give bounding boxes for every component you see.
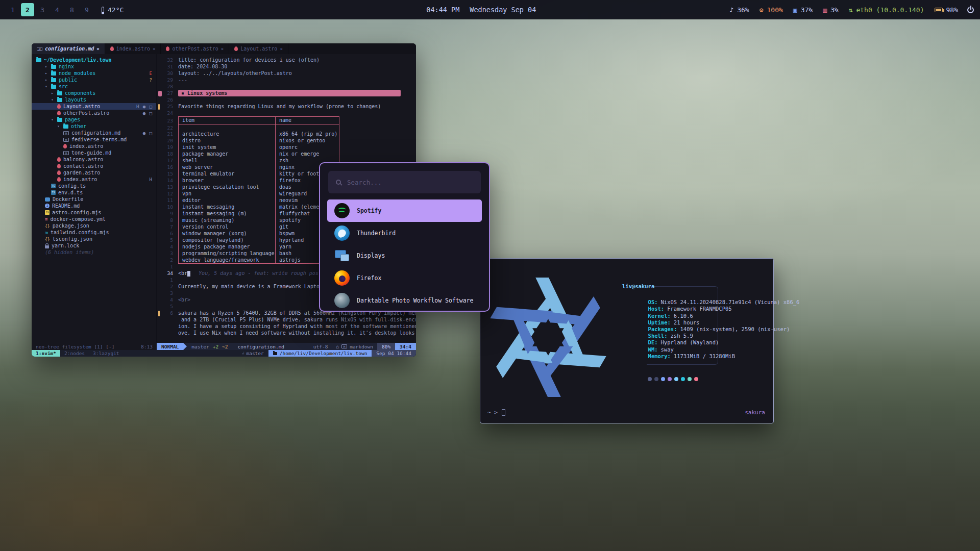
tab-close-icon[interactable]: × bbox=[153, 46, 155, 52]
line-number: 21 bbox=[167, 131, 173, 137]
tmux-window[interactable]: 1:nvim* bbox=[32, 350, 60, 357]
buffer-tab[interactable]: configuration.md × bbox=[32, 43, 105, 54]
tree-item[interactable]: garden.astro bbox=[32, 169, 156, 176]
shell-prompt: ~ > bbox=[487, 409, 505, 416]
tree-item[interactable]: package.json bbox=[32, 222, 156, 229]
launcher-item[interactable]: Displays bbox=[327, 244, 482, 267]
tree-item[interactable]: README.md bbox=[32, 203, 156, 209]
tree-root[interactable]: ~/Development/liv.town bbox=[32, 57, 156, 63]
git-diff-added: +2 bbox=[213, 344, 218, 349]
tree-item-label: components bbox=[65, 90, 95, 96]
workspace-button[interactable]: 8 bbox=[65, 3, 79, 16]
launcher-item-label: Displays bbox=[357, 252, 385, 259]
tree-item[interactable]: (6 hidden items) bbox=[32, 249, 156, 256]
bar-module[interactable]: 37% bbox=[793, 6, 813, 14]
tree-item-label: configuration.md bbox=[71, 130, 120, 136]
gutter: 27 bbox=[157, 90, 178, 96]
tree-item[interactable]: docker-compose.yml bbox=[32, 216, 156, 222]
astro-icon bbox=[57, 164, 61, 168]
tree-item[interactable]: src bbox=[32, 83, 156, 90]
tree-item[interactable]: index.astro H bbox=[32, 176, 156, 183]
workspace-button[interactable]: 9 bbox=[80, 3, 93, 16]
workspace-button[interactable]: 4 bbox=[51, 3, 64, 16]
tab-close-icon[interactable]: × bbox=[221, 46, 224, 52]
tree-item[interactable]: index.astro bbox=[32, 143, 156, 149]
table-cell-item: vpn bbox=[178, 190, 275, 197]
tree-item[interactable]: config.ts bbox=[32, 183, 156, 189]
mode-indicator: NORMAL bbox=[157, 343, 183, 350]
line-number: 6 bbox=[170, 231, 173, 236]
tab-close-icon[interactable]: × bbox=[96, 46, 99, 52]
line-text: title: configuration for devices i use (… bbox=[178, 57, 320, 63]
launcher-item[interactable]: Spotify bbox=[327, 199, 482, 222]
tree-item[interactable]: nginx bbox=[32, 63, 156, 70]
table-cell-item: package manager bbox=[178, 151, 275, 157]
tree-item[interactable]: pages bbox=[32, 116, 156, 123]
tree-item[interactable]: yarn.lock bbox=[32, 242, 156, 249]
battery-icon bbox=[935, 8, 943, 12]
tree-item[interactable]: env.d.ts bbox=[32, 189, 156, 196]
bar-module[interactable]: 36% bbox=[729, 6, 749, 14]
tree-item[interactable]: Dockerfile bbox=[32, 196, 156, 203]
os-icon bbox=[336, 344, 339, 349]
bar-module[interactable]: 3% bbox=[823, 6, 838, 14]
workspace-switcher: 123489 bbox=[6, 3, 93, 16]
launcher-item[interactable]: Darktable Photo Workflow Software bbox=[327, 289, 482, 312]
search-input[interactable]: Search... bbox=[328, 171, 481, 193]
tree-item[interactable]: Layout.astro H ● □ bbox=[32, 103, 156, 110]
astro-icon bbox=[57, 104, 61, 109]
bar-module[interactable]: eth0 (10.0.0.140) bbox=[849, 6, 924, 14]
launcher-item-label: Firefox bbox=[357, 274, 381, 282]
tree-item[interactable]: layouts bbox=[32, 96, 156, 103]
workspace-button[interactable]: 3 bbox=[36, 3, 49, 16]
js-icon bbox=[45, 210, 50, 215]
fastfetch-terminal[interactable]: liv@sakura OS:NixOS 24.11.20240828.71e91… bbox=[480, 258, 774, 423]
tree-item[interactable]: otherPost.astro ● □ bbox=[32, 110, 156, 116]
ts-icon bbox=[51, 184, 56, 188]
tree-item[interactable]: other bbox=[32, 123, 156, 130]
launcher-item[interactable]: Firefox bbox=[327, 267, 482, 289]
power-button[interactable] bbox=[967, 7, 974, 13]
tree-item[interactable]: public ? bbox=[32, 77, 156, 83]
fetch-label: Kernel: bbox=[648, 313, 671, 319]
buffer-tab[interactable]: Layout.astro × bbox=[229, 43, 288, 54]
editor-line: 24 bbox=[157, 110, 416, 116]
table-cell-item: instant messaging bbox=[178, 204, 275, 210]
bar-module[interactable]: 100% bbox=[760, 6, 783, 14]
tmux-window[interactable]: 2:nodes bbox=[60, 350, 89, 357]
tab-close-icon[interactable]: × bbox=[280, 46, 282, 52]
buffer-tab[interactable]: index.astro × bbox=[105, 43, 161, 54]
launcher-item-label: Spotify bbox=[357, 207, 381, 214]
tree-item[interactable]: fediverse-terms.md bbox=[32, 136, 156, 143]
fetch-label: DE: bbox=[648, 339, 658, 345]
tmux-window[interactable]: 3:lazygit bbox=[89, 350, 123, 357]
tree-item[interactable]: tsconfig.json bbox=[32, 236, 156, 242]
tree-item[interactable]: tone-guide.md bbox=[32, 149, 156, 156]
status-modules: 36% 100% 37% 3% eth0 (10.0.0.140) 98% bbox=[729, 6, 958, 14]
tree-item[interactable]: node_modules E bbox=[32, 70, 156, 77]
line-text: --- bbox=[178, 77, 187, 83]
workspace-button[interactable]: 2 bbox=[21, 3, 34, 16]
tree-item[interactable]: components bbox=[32, 90, 156, 96]
line-number: 3 bbox=[170, 290, 173, 296]
astro-icon bbox=[110, 46, 114, 51]
tree-item[interactable]: contact.astro bbox=[32, 163, 156, 169]
gutter: 25 bbox=[157, 104, 178, 109]
tree-item[interactable]: tailwind.config.mjs bbox=[32, 229, 156, 236]
tree-item[interactable]: balcony.astro bbox=[32, 156, 156, 163]
bar-module[interactable]: 98% bbox=[935, 6, 958, 14]
launcher-item[interactable]: Thunderbird bbox=[327, 222, 482, 244]
fetch-value: 11731MiB / 31280MiB bbox=[674, 353, 735, 359]
buffer-tab[interactable]: otherPost.astro × bbox=[161, 43, 229, 54]
tree-item[interactable]: configuration.md ● □ bbox=[32, 130, 156, 136]
module-value: 37% bbox=[801, 6, 813, 14]
astro-icon bbox=[166, 46, 169, 51]
table-cell-item: init system bbox=[178, 144, 275, 151]
astro-icon bbox=[234, 46, 238, 51]
editor-line: ove. I use Nix when I need software with… bbox=[157, 330, 416, 336]
tree-item-label: contact.astro bbox=[63, 163, 103, 169]
tree-item[interactable]: astro.config.mjs bbox=[32, 209, 156, 216]
workspace-button[interactable]: 1 bbox=[6, 3, 19, 16]
module-value: 3% bbox=[830, 6, 839, 14]
table-cell-item: browser bbox=[178, 177, 275, 184]
